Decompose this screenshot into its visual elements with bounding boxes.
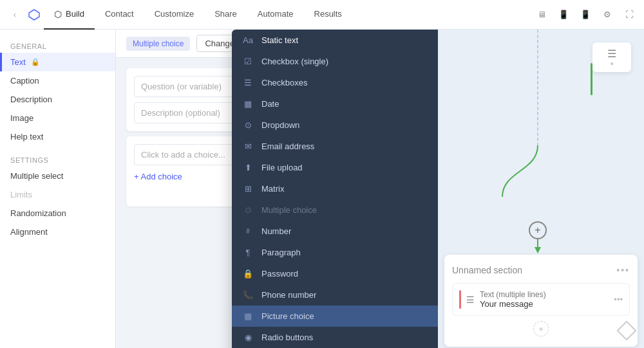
number-icon: # [242, 228, 254, 235]
panel-item-text[interactable]: Text 🔒 [0, 53, 115, 71]
picture-choice-icon: ▦ [242, 311, 254, 321]
date-icon: ▦ [242, 99, 254, 109]
phone-icon: 📞 [242, 290, 254, 300]
card-title: Text (multiple lines) [480, 290, 609, 299]
svg-marker-3 [535, 247, 541, 253]
mobile-icon[interactable]: 📱 [576, 5, 595, 24]
password-icon: 🔒 [242, 269, 254, 279]
checkbox-single-icon: ☑ [242, 57, 254, 66]
dropdown-item-matrix[interactable]: ⊞ Matrix [232, 178, 438, 199]
dropdown-item-static-text[interactable]: Aa Static text ✓ [232, 30, 438, 51]
matrix-icon: ⊞ [242, 184, 254, 194]
dropdown-item-file-upload[interactable]: ⬆ File upload [232, 157, 438, 178]
section-title: Unnamed section ••• [452, 265, 630, 275]
card-value: Your message [480, 299, 609, 309]
tab-results[interactable]: Results [304, 0, 352, 30]
panel-item-caption[interactable]: Caption [0, 71, 115, 90]
dropdown-item-number[interactable]: # Number [232, 221, 438, 242]
settings-item-alignment[interactable]: Alignment [0, 223, 115, 241]
section-box: Unnamed section ••• ☰ Text (multiple lin… [444, 255, 638, 347]
mini-card-dot: ● [599, 60, 625, 67]
section-dots[interactable]: ••• [616, 265, 630, 275]
dropdown-menu: Aa Static text ✓ ☑ Checkbox (single) ☰ C… [232, 30, 438, 348]
card-accent-bar [459, 290, 461, 309]
tab-customize[interactable]: Customize [144, 0, 204, 30]
panel-item-description[interactable]: Description [0, 90, 115, 109]
tablet-icon[interactable]: 📱 [554, 5, 573, 24]
dropdown-item-radio-buttons[interactable]: ◉ Radio buttons [232, 327, 438, 348]
desktop-icon[interactable]: 🖥 [532, 5, 551, 24]
card-text-block: Text (multiple lines) Your message [480, 290, 609, 309]
email-icon: ✉ [242, 142, 254, 151]
current-type-badge: Multiple choice [126, 37, 190, 51]
settings-section-label: Settings [0, 151, 115, 167]
right-canvas: ☰ ● + Unnamed section ••• ☰ Text (multip… [438, 30, 644, 348]
middle-area: Multiple choice Change type ▾ Done Quest… [116, 30, 438, 348]
nav-icons: 🖥 📱 📱 ⚙ ⛶ [532, 5, 639, 24]
checkboxes-icon: ☰ [242, 78, 254, 87]
top-nav: ‹ ⬡ Build Contact Customize Share Automa… [0, 0, 644, 30]
tab-contact[interactable]: Contact [95, 0, 144, 30]
general-section-label: General [0, 37, 115, 53]
multiple-choice-icon: ⊙ [242, 205, 254, 215]
add-inner-button[interactable]: + [533, 321, 549, 336]
dropdown-item-phone-number[interactable]: 📞 Phone number [232, 284, 438, 306]
app-logo [24, 5, 44, 24]
inner-card: ☰ Text (multiple lines) Your message ••• [452, 283, 630, 316]
dropdown-item-checkbox-single[interactable]: ☑ Checkbox (single) [232, 51, 438, 72]
dropdown-item-picture-choice[interactable]: ▦ Picture choice [232, 306, 438, 327]
green-accent-bar [591, 63, 592, 95]
dropdown-item-multiple-choice: ⊙ Multiple choice [232, 199, 438, 221]
settings-item-multiple-select[interactable]: Multiple select [0, 167, 115, 185]
card-menu-dots[interactable]: ••• [614, 295, 623, 304]
dropdown-item-email[interactable]: ✉ Email address [232, 136, 438, 157]
mini-card: ☰ ● [592, 42, 631, 72]
dropdown-item-date[interactable]: ▦ Date [232, 93, 438, 114]
tab-share[interactable]: Share [204, 0, 247, 30]
paragraph-icon: ¶ [242, 248, 254, 257]
radio-buttons-icon: ◉ [242, 333, 254, 342]
dropdown-item-dropdown[interactable]: ⊙ Dropdown [232, 114, 438, 136]
tab-build[interactable]: ⬡ Build [44, 0, 95, 30]
tab-automate[interactable]: Automate [247, 0, 304, 30]
dropdown-item-password[interactable]: 🔒 Password [232, 263, 438, 284]
static-text-label: Static text [261, 35, 298, 45]
dropdown-overlay: Aa Static text ✓ ☑ Checkbox (single) ☰ C… [232, 30, 438, 348]
back-button[interactable]: ‹ [5, 5, 24, 24]
dropdown-item-paragraph[interactable]: ¶ Paragraph [232, 242, 438, 263]
settings-icon[interactable]: ⚙ [598, 5, 617, 24]
static-text-icon: Aa [242, 35, 254, 45]
card-icon: ☰ [466, 295, 475, 305]
build-icon: ⬡ [54, 9, 62, 19]
panel-item-help-text[interactable]: Help text [0, 127, 115, 146]
panel-item-image[interactable]: Image [0, 109, 115, 127]
lock-icon: 🔒 [31, 58, 40, 66]
svg-marker-0 [29, 10, 39, 20]
dropdown-icon: ⊙ [242, 120, 254, 130]
list-icon: ☰ [599, 48, 625, 60]
file-upload-icon: ⬆ [242, 163, 254, 172]
main-layout: General Text 🔒 Caption Description Image… [0, 30, 644, 348]
settings-item-limits: Limits [0, 185, 115, 204]
plus-circle[interactable]: + [529, 221, 547, 239]
expand-icon[interactable]: ⛶ [620, 5, 639, 24]
dropdown-item-checkboxes[interactable]: ☰ Checkboxes [232, 72, 438, 93]
left-panel: General Text 🔒 Caption Description Image… [0, 30, 116, 348]
settings-item-randomization[interactable]: Randomization [0, 204, 115, 223]
